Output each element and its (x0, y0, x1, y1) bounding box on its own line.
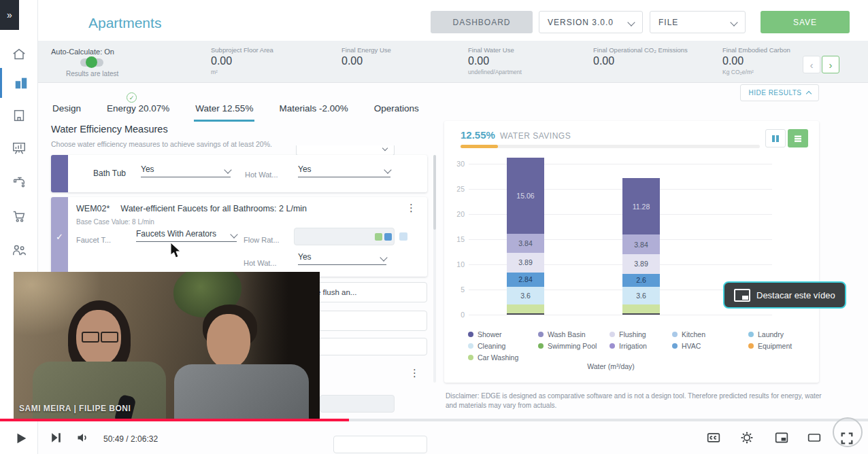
hide-results-button[interactable]: HIDE RESULTS (740, 84, 819, 101)
metric-energy-use: Final Energy Use 0.00 (341, 41, 457, 82)
partial-disabled-input (320, 395, 395, 413)
measure-selected-bar[interactable] (51, 155, 68, 192)
flow-rate-input[interactable] (294, 228, 395, 245)
measure-selected-bar[interactable]: ✓ (51, 197, 68, 277)
wem02-title: Water-efficient Faucets for all Bathroom… (120, 204, 307, 213)
file-select[interactable]: FILE (650, 11, 746, 33)
bar-segment: 3.89 (622, 254, 660, 274)
hot-water-select-value: Yes (298, 252, 312, 262)
wem02-hot-water-select[interactable]: Yes (298, 252, 386, 265)
chart-bar-base-case: 15.063.843.892.843.6 (507, 158, 544, 315)
sidebar-item-cart[interactable] (0, 201, 37, 231)
sidebar-item-building[interactable] (0, 101, 37, 130)
settings-button[interactable] (740, 431, 754, 447)
stats-next-button[interactable]: › (822, 56, 839, 73)
faucet-type-select[interactable]: Faucets With Aerators (136, 229, 237, 242)
tab-design[interactable]: Design (51, 99, 82, 122)
bar-segment: 2.6 (622, 274, 660, 287)
tab-bar: Design Energy 20.07% Water 12.55% Materi… (51, 99, 420, 122)
metric-label: Subproject Floor Area (211, 46, 273, 54)
metric-unit: Kg CO₂e/m² (722, 69, 754, 75)
legend-dot-icon (748, 343, 754, 349)
play-button[interactable] (14, 431, 29, 449)
measure-card-bathtub: Bath Tub Yes Hot Wat... Yes (51, 155, 427, 192)
theater-mode-button[interactable] (807, 431, 822, 447)
partial-field-flush[interactable]: e flush an... (307, 282, 427, 302)
y-tick-label: 10 (446, 260, 465, 268)
legend-label: Car Washing (478, 353, 518, 362)
wem02-base-case: Base Case Value: 8 L/min (76, 218, 154, 226)
auto-calculate-toggle[interactable] (80, 58, 103, 67)
presenter-2-body (174, 364, 309, 420)
chevron-down-icon (627, 18, 635, 26)
bar-segment (622, 304, 660, 313)
partial-field[interactable] (307, 311, 427, 331)
hot-water-label: Hot Wat... (245, 171, 278, 179)
sidebar-item-home[interactable] (0, 39, 37, 69)
version-select-value: VERSION 3.0.0 (548, 18, 614, 27)
kebab-menu-icon[interactable]: ⋮ (410, 368, 420, 378)
partial-field[interactable] (307, 338, 427, 355)
sidebar-item-collaborators[interactable] (0, 235, 37, 265)
feature-video-button[interactable]: Destacar este vídeo (723, 281, 846, 309)
partial-field-text: e flush an... (316, 288, 356, 296)
legend-dot-icon (672, 332, 678, 337)
legend-item: Cleaning (468, 342, 505, 350)
legend-label: Kitchen (682, 330, 705, 338)
bathtub-hot-water-select[interactable]: Yes (298, 164, 390, 177)
presenter-video-inset[interactable]: SAMI MEIRA | FILIPE BONI (14, 272, 320, 420)
save-button[interactable]: SAVE (761, 11, 850, 33)
chart-board-icon (12, 141, 27, 156)
miniplayer-button[interactable] (774, 431, 789, 447)
video-controls-bar: 50:49 / 2:06:32 (0, 425, 868, 454)
dashboard-button[interactable]: DASHBOARD (431, 11, 533, 33)
tab-operations[interactable]: Operations (373, 99, 420, 122)
tab-energy[interactable]: Energy 20.07% (105, 99, 171, 122)
stats-prev-button[interactable]: ‹ (803, 56, 820, 73)
kebab-menu-icon[interactable]: ⋮ (406, 203, 416, 213)
metric-label: Final Operational CO₂ Emissions (593, 46, 688, 54)
legend-item: Shower (468, 330, 502, 338)
segment-value-label: 15.06 (516, 192, 534, 200)
check-circle-icon: ✓ (127, 92, 137, 103)
version-select[interactable]: VERSION 3.0.0 (539, 11, 643, 33)
bar-segment (507, 304, 544, 313)
legend-dot-icon (610, 332, 615, 337)
tab-water[interactable]: Water 12.55% (194, 99, 254, 122)
volume-button[interactable] (76, 431, 90, 447)
panel-scrollbar[interactable] (433, 155, 436, 383)
fullscreen-button[interactable] (839, 431, 854, 449)
sidebar-item-water[interactable] (0, 166, 37, 196)
mouse-cursor (170, 242, 182, 262)
sidebar-expand-button[interactable]: » (0, 0, 19, 30)
metric-value: 0.00 (593, 55, 614, 67)
scrollbar-thumb[interactable] (433, 155, 436, 230)
legend-label: Swimming Pool (548, 342, 597, 350)
tab-materials[interactable]: Materials -2.00% (278, 99, 349, 122)
check-icon: ✓ (56, 232, 63, 242)
bar-segment: 15.06 (507, 158, 544, 233)
video-progress-bar[interactable] (0, 419, 868, 421)
bar-segment: 3.89 (507, 253, 544, 273)
legend-item: Flushing (610, 330, 646, 338)
legend-item: Kitchen (672, 330, 705, 338)
measure-card-wem02: ✓ WEM02* Water-efficient Faucets for all… (51, 197, 427, 277)
chart-x-label: Water (m³/day) (533, 362, 689, 370)
legend-dot-icon (610, 343, 615, 349)
chevron-down-icon (224, 166, 231, 173)
flow-rate-label: Flow Rat... (244, 236, 280, 244)
chart-bar-improved-case: 11.283.843.892.63.6 (622, 178, 660, 315)
sidebar-item-buildings[interactable] (0, 68, 39, 98)
legend-item: Car Washing (468, 353, 518, 362)
next-button[interactable] (49, 431, 63, 447)
sidebar-item-reports[interactable] (0, 133, 37, 163)
bar-segment: 3.6 (622, 287, 660, 305)
legend-dot-icon (672, 343, 678, 349)
metric-label: Final Water Use (468, 46, 514, 54)
captions-button[interactable] (706, 431, 721, 447)
swatch-green (375, 233, 382, 241)
cart-icon (12, 209, 27, 224)
bathtub-select[interactable]: Yes (141, 164, 231, 177)
partial-dropdown[interactable] (296, 145, 395, 156)
legend-item: Swimming Pool (538, 342, 597, 350)
